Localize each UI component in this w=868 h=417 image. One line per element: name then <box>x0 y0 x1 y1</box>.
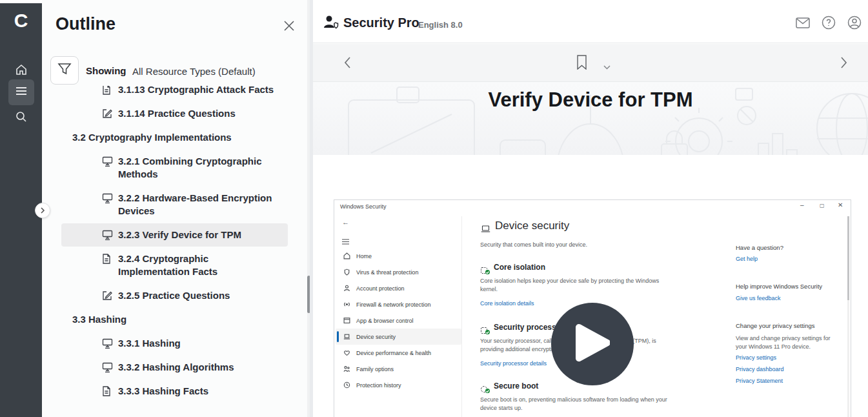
ws-back-icon: ← <box>342 218 349 226</box>
outline-section-label: 3.2 Cryptography Implementations <box>72 132 232 143</box>
search-icon <box>15 110 28 126</box>
laptop-icon <box>481 224 490 236</box>
chevron-right-icon <box>840 59 847 70</box>
secure-boot-icon <box>480 384 488 392</box>
outline-section-label: 3.3 Hashing <box>72 314 126 325</box>
outline-section[interactable]: 3.2 Cryptography Implementations <box>61 126 288 149</box>
ws-nav-account: Account protection <box>336 280 461 296</box>
filter-value[interactable]: All Resource Types (Default) <box>132 66 256 77</box>
edit-icon <box>102 108 113 119</box>
next-lesson-button[interactable] <box>840 57 847 71</box>
ws-aside-privacy-body: View and change privacy settings for you… <box>736 334 831 351</box>
ws-page-subtitle: Security that comes built into your devi… <box>480 241 587 248</box>
monitor-icon <box>102 156 113 167</box>
get-help-link[interactable]: Get help <box>736 256 758 262</box>
person-icon <box>343 285 350 292</box>
ws-aside-feedback-title: Help improve Windows Security <box>736 283 822 290</box>
funnel-icon <box>57 63 72 78</box>
ws-nav-family: Family options <box>336 361 461 377</box>
course-language: English 8.0 <box>418 20 463 30</box>
outline-item[interactable]: 3.2.4 Cryptographic Implementation Facts <box>61 247 288 283</box>
ws-nav-app-browser: App & browser control <box>336 312 461 329</box>
outline-item[interactable]: 3.3.3 Hashing Facts <box>61 380 288 403</box>
course-header: Security Pro English 8.0 <box>313 0 868 43</box>
bookmark-button[interactable] <box>576 55 587 72</box>
ws-nav-label: Device performance & health <box>356 350 431 356</box>
ws-section-body: Secure boot is on, preventing malicious … <box>480 396 670 412</box>
outline-panel: Outline Showing All Resource Types (Defa… <box>42 0 310 417</box>
help-button[interactable] <box>821 16 836 32</box>
ws-nav-performance: Device performance & health <box>336 345 461 361</box>
ws-nav-divider <box>461 216 462 417</box>
privacy-statement-link[interactable]: Privacy Statement <box>736 378 783 384</box>
previous-lesson-button[interactable] <box>344 57 351 71</box>
clock-icon <box>343 381 350 389</box>
monitor-icon <box>102 362 113 372</box>
outline-item[interactable]: 3.1.14 Practice Questions <box>61 102 288 125</box>
outline-item[interactable]: 3.1.13 Cryptographic Attack Facts <box>61 86 288 101</box>
outline-item-label: 3.1.13 Cryptographic Attack Facts <box>118 86 274 95</box>
monitor-icon <box>102 230 113 240</box>
privacy-dashboard-link[interactable]: Privacy dashboard <box>736 366 784 372</box>
outline-item-label: 3.2.3 Verify Device for TPM <box>118 229 241 240</box>
search-button[interactable] <box>8 105 34 131</box>
document-icon <box>102 254 113 264</box>
monitor-icon <box>102 338 113 349</box>
messages-button[interactable] <box>795 16 811 32</box>
lesson-banner: Verify Device for TPM <box>313 82 868 155</box>
ws-scrollbar-thumb[interactable] <box>847 216 849 300</box>
selected-indicator <box>337 331 339 342</box>
help-icon <box>822 15 836 32</box>
window-title: Windows Security <box>340 203 387 210</box>
ws-section-body: Core isolation helps keep your device sa… <box>480 277 670 294</box>
account-button[interactable] <box>847 16 862 32</box>
bookmark-menu-button[interactable] <box>603 61 611 72</box>
security-processor-details-link[interactable]: Security processor details <box>480 360 547 367</box>
lesson-navbar <box>313 44 868 82</box>
document-icon <box>102 86 113 95</box>
monitor-icon <box>102 193 113 203</box>
video-player[interactable]: Windows Security – ▢ ✕ ← Home Virus & th… <box>334 200 851 417</box>
core-isolation-details-link[interactable]: Core isolation details <box>480 300 534 307</box>
ws-nav-label: Firewall & network protection <box>356 301 431 308</box>
home-icon <box>15 63 28 79</box>
ws-aside-question-title: Have a question? <box>736 244 783 251</box>
panel-expand-button[interactable] <box>35 203 50 218</box>
outline-item-label: 3.2.5 Practice Questions <box>118 290 230 301</box>
outline-item-label: 3.3.2 Hashing Algorithms <box>118 361 234 372</box>
outline-title: Outline <box>56 14 116 34</box>
outline-menu-button[interactable] <box>8 79 34 105</box>
play-button[interactable] <box>551 303 634 385</box>
privacy-settings-link[interactable]: Privacy settings <box>736 354 776 361</box>
course-title: Security Pro <box>343 15 419 30</box>
chevron-left-icon <box>344 59 351 70</box>
ws-nav-label: Virus & threat protection <box>356 269 418 276</box>
give-feedback-link[interactable]: Give us feedback <box>736 295 781 301</box>
outline-item[interactable]: 3.2.1 Combining Cryptographic Methods <box>61 150 288 186</box>
outline-item[interactable]: 3.2.2 Hardware-Based Encryption Devices <box>61 187 288 223</box>
brand-logo[interactable]: C <box>0 10 42 32</box>
ws-page-title: Device security <box>495 219 569 232</box>
ws-nav-firewall: Firewall & network protection <box>336 296 461 312</box>
ws-nav-label: Family options <box>356 366 394 372</box>
filter-button[interactable] <box>50 56 79 85</box>
outline-close-button[interactable] <box>281 19 298 36</box>
minimize-icon: – <box>800 201 804 208</box>
document-icon <box>102 386 113 396</box>
hamburger-icon <box>15 86 27 98</box>
outline-item-label: 3.1.14 Practice Questions <box>118 108 236 119</box>
ws-hamburger-icon <box>342 236 349 247</box>
outline-list: 3.1.13 Cryptographic Attack Facts 3.1.14… <box>42 86 310 417</box>
outline-item[interactable]: 3.2.5 Practice Questions <box>61 284 288 307</box>
security-processor-icon <box>480 325 488 333</box>
bookmark-icon <box>576 61 587 72</box>
outline-section[interactable]: 3.3 Hashing <box>61 308 288 331</box>
account-icon <box>847 15 862 32</box>
ws-section-title: Core isolation <box>494 263 545 272</box>
filter-showing-label: Showing <box>86 65 126 76</box>
outline-item[interactable]: 3.3.2 Hashing Algorithms <box>61 356 288 379</box>
outline-item-selected[interactable]: 3.2.3 Verify Device for TPM <box>61 223 288 247</box>
outline-item[interactable]: 3.3.1 Hashing <box>61 332 288 355</box>
ws-nav-virus: Virus & threat protection <box>336 264 461 280</box>
ws-nav-label: Protection history <box>356 382 401 389</box>
